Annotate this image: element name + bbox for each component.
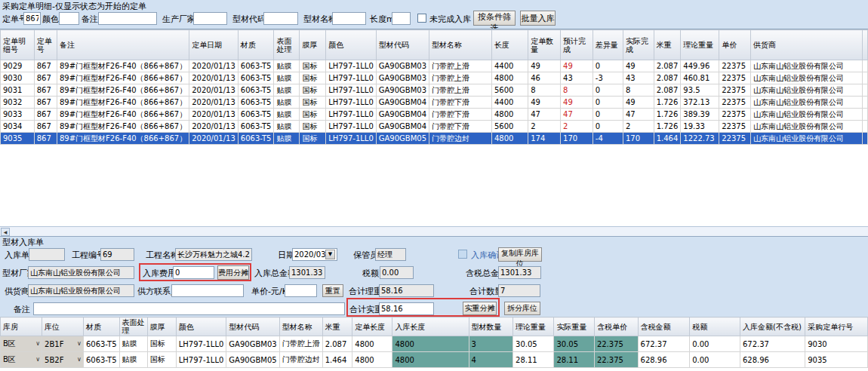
grid-cell[interactable]: 9032 bbox=[1, 97, 35, 109]
grid-cell[interactable]: 1.464 bbox=[322, 352, 352, 368]
grid-cell[interactable]: 89#门框型材F26-F40（866+867） bbox=[57, 84, 189, 97]
grid-cell[interactable]: GA90GBM03 bbox=[376, 84, 429, 97]
table-row[interactable]: 903586789#门框型材F26-F40（866+867）2020/01/13… bbox=[1, 133, 868, 145]
column-header[interactable]: 理论重量 bbox=[681, 30, 719, 60]
grid-cell[interactable]: 9035 bbox=[1, 133, 35, 145]
grid-cell[interactable]: 门带腔下滑 bbox=[429, 121, 492, 133]
inbound-fee-field[interactable] bbox=[173, 266, 214, 279]
grid-cell[interactable]: GA90GBM05 bbox=[226, 352, 279, 368]
grid-cell[interactable]: 1.464 bbox=[654, 133, 681, 145]
grid-cell[interactable]: 672.37 bbox=[638, 336, 690, 352]
grid-cell[interactable]: 1.726 bbox=[654, 121, 681, 133]
grid-cell[interactable]: 门带腔上滑 bbox=[429, 72, 492, 84]
grid-cell[interactable]: 门带腔边封 bbox=[279, 352, 322, 368]
grid-cell[interactable]: 8 bbox=[623, 84, 654, 97]
column-header[interactable]: 差异量 bbox=[593, 30, 623, 60]
grid-cell[interactable]: 8 bbox=[528, 84, 561, 97]
column-header[interactable]: 材质 bbox=[238, 30, 274, 60]
remark-filter-input[interactable] bbox=[98, 12, 157, 25]
grid-cell[interactable]: 22375 bbox=[719, 109, 751, 121]
grid-cell[interactable]: 贴膜 bbox=[274, 109, 300, 121]
inbound-confirm-checkbox[interactable] bbox=[458, 250, 467, 259]
factory-field[interactable] bbox=[28, 266, 134, 279]
grid-cell[interactable]: 49 bbox=[528, 97, 561, 109]
grid-cell[interactable]: 国标 bbox=[300, 133, 326, 145]
incomplete-checkbox[interactable] bbox=[417, 14, 426, 23]
order-no-input[interactable] bbox=[23, 12, 41, 25]
table-row[interactable]: B区∨2B1F∨6063-T5贴膜国标LH797-1LL0GA90GBM03门带… bbox=[1, 336, 868, 352]
grid-cell[interactable]: GA90GBM04 bbox=[376, 97, 429, 109]
grid-cell[interactable]: 867 bbox=[34, 60, 57, 72]
grid-cell[interactable]: 22375 bbox=[719, 121, 751, 133]
grid-cell[interactable]: 4800 bbox=[352, 336, 392, 352]
grid-cell[interactable]: 5600 bbox=[491, 121, 528, 133]
grid-cell[interactable]: 6063-T5 bbox=[238, 60, 274, 72]
remark-field[interactable] bbox=[33, 302, 345, 315]
grid-cell[interactable]: LH797-1LL0 bbox=[326, 133, 377, 145]
column-header[interactable]: 入库长度 bbox=[392, 317, 469, 336]
grid-cell[interactable]: 6063-T5 bbox=[238, 72, 274, 84]
grid-cell[interactable]: 389.39 bbox=[681, 109, 719, 121]
date-picker[interactable]: 2020/03/31 ▼ bbox=[292, 248, 337, 261]
grid-cell[interactable]: 8 bbox=[561, 84, 593, 97]
grid-cell[interactable]: 9030 bbox=[1, 72, 35, 84]
grid-cell[interactable]: 6063-T5 bbox=[238, 121, 274, 133]
column-header[interactable]: 颜色 bbox=[326, 30, 377, 60]
filter-by-condition-button[interactable]: 按条件筛选 bbox=[473, 11, 516, 26]
grid-cell[interactable]: 贴膜 bbox=[274, 121, 300, 133]
column-header[interactable]: 米重 bbox=[654, 30, 681, 60]
grid-cell[interactable]: 47 bbox=[561, 109, 593, 121]
grid-cell[interactable]: 9031 bbox=[1, 84, 35, 97]
column-header[interactable]: 库位 bbox=[42, 317, 84, 336]
grid-cell[interactable]: 4 bbox=[469, 352, 512, 368]
total-actual-weight-field[interactable] bbox=[379, 302, 434, 315]
grid-cell[interactable]: 22375 bbox=[719, 84, 751, 97]
table-row[interactable]: 903386789#门框型材F26-F40（866+867）2020/01/13… bbox=[1, 109, 868, 121]
grid-cell[interactable]: 0.00 bbox=[690, 352, 740, 368]
grid-cell[interactable]: 山东南山铝业股份有限公司 bbox=[750, 84, 862, 97]
grid-cell[interactable]: 28.11 bbox=[513, 352, 554, 368]
grid-cell[interactable]: GA90GBM04 bbox=[376, 121, 429, 133]
total-theory-weight-field[interactable] bbox=[379, 284, 434, 297]
grid-cell[interactable]: 山东南山铝业股份有限公司 bbox=[750, 97, 862, 109]
grid-cell[interactable]: 2020/01/13 bbox=[189, 133, 239, 145]
table-row[interactable]: 903086789#门框型材F26-F40（866+867）2020/01/13… bbox=[1, 72, 868, 84]
grid-cell[interactable]: 867 bbox=[34, 97, 57, 109]
grid-cell[interactable]: 4800 bbox=[392, 352, 469, 368]
grid-cell[interactable]: 山东南山铝业股份有限公司 bbox=[750, 109, 862, 121]
grid-cell[interactable]: 9034 bbox=[1, 121, 35, 133]
grid-cell[interactable]: 89#门框型材F26-F40（866+867） bbox=[57, 60, 189, 72]
supplier-contact-field[interactable] bbox=[171, 284, 244, 297]
column-header[interactable]: 定单号 bbox=[34, 30, 57, 60]
column-header[interactable]: 型材名称 bbox=[279, 317, 322, 336]
grid-cell[interactable]: 2B1F∨ bbox=[42, 336, 84, 352]
grid-cell[interactable]: 460.81 bbox=[681, 72, 719, 84]
grid-cell[interactable]: 170 bbox=[623, 133, 654, 145]
table-row[interactable]: B区∨5B2F∨6063-T5贴膜国标LH797-1LL0GA90GBM05门带… bbox=[1, 352, 868, 368]
color-filter-input[interactable] bbox=[59, 12, 79, 25]
grid-cell[interactable]: 49 bbox=[561, 97, 593, 109]
grid-cell[interactable]: 89#门框型材F26-F40（866+867） bbox=[57, 121, 189, 133]
column-header[interactable]: 定单明细号 bbox=[1, 30, 35, 60]
column-header[interactable]: 理论重量 bbox=[513, 317, 554, 336]
grid-cell[interactable]: LH797-1LL0 bbox=[326, 84, 377, 97]
column-header[interactable]: 定单日期 bbox=[189, 30, 239, 60]
fee-allocate-button[interactable]: 费用分摊 bbox=[217, 265, 249, 280]
column-header[interactable]: 采购定单行号 bbox=[805, 317, 868, 336]
grid-cell[interactable]: 5B2F∨ bbox=[42, 352, 84, 368]
grid-cell[interactable]: 4400 bbox=[491, 97, 528, 109]
column-header[interactable]: 长度 bbox=[491, 30, 528, 60]
grid-cell[interactable]: 6063-T5 bbox=[238, 97, 274, 109]
grid-cell[interactable]: 4800 bbox=[392, 336, 469, 352]
table-row[interactable]: 903286789#门框型材F26-F40（866+867）2020/01/13… bbox=[1, 97, 868, 109]
grid-cell[interactable]: 贴膜 bbox=[119, 352, 147, 368]
inbound-total-field[interactable] bbox=[289, 266, 325, 279]
table-row[interactable]: 903186789#门框型材F26-F40（866+867）2020/01/13… bbox=[1, 84, 868, 97]
grid-cell[interactable]: 国标 bbox=[300, 97, 326, 109]
grid-cell[interactable]: LH797-1LL0 bbox=[326, 72, 377, 84]
grid-cell[interactable]: 4800 bbox=[352, 352, 392, 368]
calendar-dropdown-icon[interactable]: ▼ bbox=[325, 250, 335, 259]
grid-cell[interactable]: 47 bbox=[623, 109, 654, 121]
grid-cell[interactable]: 6063-T5 bbox=[83, 336, 119, 352]
grid-cell[interactable]: 170 bbox=[561, 133, 593, 145]
